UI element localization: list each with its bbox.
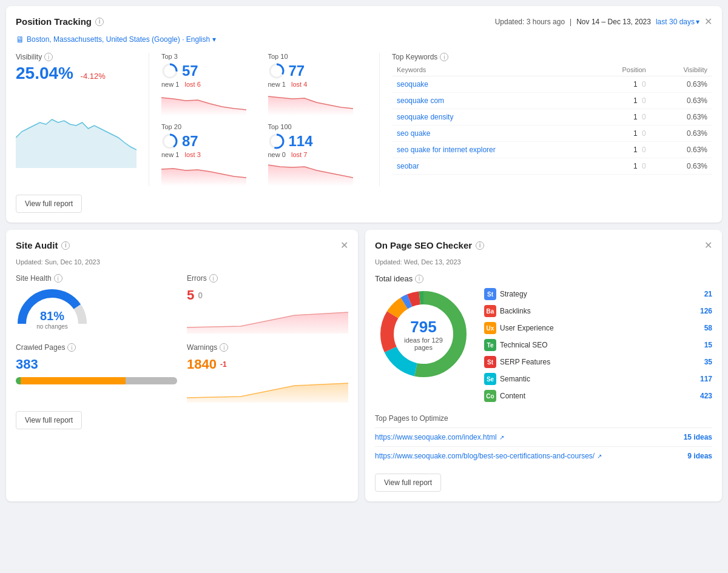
site-audit-view-report-button[interactable]: View full report: [16, 411, 82, 429]
seo-checker-info-icon[interactable]: i: [476, 241, 484, 250]
tk-position-cell: 1 0: [590, 158, 651, 175]
legend-badge: St: [484, 356, 496, 368]
kw-top10-newlost: new 1 lost 4: [268, 81, 368, 88]
tk-position-cell: 1 0: [590, 126, 651, 142]
warnings-section: Warnings i 1840 -1: [187, 343, 348, 403]
total-ideas-section: 795 ideas for 129 pages St Strategy 21 B…: [375, 286, 712, 404]
kw-top10-sparkline: [268, 92, 368, 116]
page-ideas-count: 15 ideas: [684, 433, 712, 441]
errors-value: 5: [187, 287, 194, 303]
visibility-info-icon[interactable]: i: [44, 53, 53, 61]
legend-left: St Strategy: [484, 288, 527, 300]
donut-sublabel: ideas for 129 pages: [399, 337, 448, 351]
location-text: Boston, Massachusetts, United States (Go…: [27, 35, 210, 44]
kw-top10: Top 10 77 new 1 lost 4: [268, 53, 368, 116]
top-keywords-info-icon[interactable]: i: [440, 53, 448, 61]
legend-count: 423: [700, 392, 712, 400]
seo-checker-view-report-button[interactable]: View full report: [375, 474, 441, 492]
legend-item: St Strategy 21: [484, 286, 712, 303]
legend-count: 117: [700, 375, 712, 383]
position-tracking-card: Position Tracking i Updated: 3 hours ago…: [6, 6, 722, 223]
legend-count: 21: [704, 290, 712, 298]
total-ideas-info-icon[interactable]: i: [415, 275, 423, 283]
pt-close-icon[interactable]: ✕: [704, 16, 712, 27]
kw-top100-value-row: 114: [268, 133, 368, 150]
site-audit-info-icon[interactable]: i: [61, 241, 70, 250]
legend-item: Te Technical SEO 15: [484, 337, 712, 354]
crawled-pages-info-icon[interactable]: i: [67, 343, 76, 352]
kw-top3-sparkline: [161, 92, 261, 116]
tk-keyword-cell[interactable]: seoquake: [392, 76, 590, 93]
page-row: https://www.seoquake.com/index.html ↗ 15…: [375, 427, 712, 446]
site-audit-close-icon[interactable]: ✕: [340, 240, 348, 251]
legend-badge: Co: [484, 390, 496, 402]
pt-info-icon[interactable]: i: [95, 18, 104, 26]
legend-badge: St: [484, 288, 496, 300]
legend-left: Se Semantic: [484, 373, 530, 385]
ideas-legend: St Strategy 21 Ba Backlinks 126 Ux User …: [484, 286, 712, 404]
seo-checker-close-icon[interactable]: ✕: [704, 240, 712, 251]
tk-visibility-cell: 0.63%: [651, 158, 712, 175]
keywords-section: Top 3 57 new 1 lost 6: [149, 53, 380, 186]
legend-item: St SERP Features 35: [484, 354, 712, 370]
kw-top3-label: Top 3: [161, 53, 261, 60]
kw-top3-value: 57: [182, 62, 198, 79]
errors-info-icon[interactable]: i: [209, 274, 218, 283]
warnings-value-row: 1840 -1: [187, 357, 348, 372]
tk-keyword-cell[interactable]: seoquake com: [392, 93, 590, 109]
tk-keyword-cell[interactable]: seobar: [392, 158, 590, 175]
kw-top10-value-row: 77: [268, 62, 368, 79]
keywords-grid: Top 3 57 new 1 lost 6: [161, 53, 367, 186]
tk-visibility-cell: 0.63%: [651, 93, 712, 109]
kw-top100-value: 114: [289, 133, 313, 150]
total-ideas-label-row: Total ideas i: [375, 274, 712, 283]
site-health-info-icon[interactable]: i: [54, 274, 62, 283]
errors-value-row: 5 0: [187, 287, 348, 303]
kw-top20-value: 87: [182, 133, 198, 150]
kw-top20-newlost: new 1 lost 3: [161, 151, 261, 158]
tk-header-visibility: Visibility: [651, 64, 712, 76]
table-row: seobar 1 0 0.63%: [392, 158, 712, 175]
tk-keyword-cell[interactable]: seo quake: [392, 126, 590, 142]
page-url[interactable]: https://www.seoquake.com/blog/best-seo-c…: [375, 452, 602, 460]
page-ideas-count: 9 ideas: [687, 452, 712, 460]
legend-label: Backlinks: [500, 307, 531, 315]
legend-item: Ux User Experience 58: [484, 320, 712, 337]
tk-position-cell: 1 0: [590, 93, 651, 109]
pt-header-right: Updated: 3 hours ago | Nov 14 – Dec 13, …: [495, 16, 712, 27]
kw-top20-sparkline: [161, 162, 261, 186]
pt-view-report-button[interactable]: View full report: [16, 195, 82, 213]
warnings-value: 1840: [187, 357, 217, 372]
kw-top100: Top 100 114 new 0 lost 7: [268, 123, 368, 186]
seo-checker-title: On Page SEO Checker i: [375, 240, 484, 250]
legend-item: Ba Backlinks 126: [484, 303, 712, 320]
tk-keyword-cell[interactable]: seo quake for internet explorer: [392, 142, 590, 158]
location-bar[interactable]: 🖥 Boston, Massachusetts, United States (…: [16, 35, 712, 44]
site-audit-updated: Updated: Sun, Dec 10, 2023: [16, 258, 348, 266]
page-row: https://www.seoquake.com/blog/best-seo-c…: [375, 446, 712, 465]
top-pages-title: Top Pages to Optimize: [375, 414, 712, 423]
warnings-info-icon[interactable]: i: [220, 343, 228, 352]
top-pages-section: Top Pages to Optimize https://www.seoqua…: [375, 414, 712, 465]
pt-last-days[interactable]: last 30 days ▾: [656, 18, 699, 26]
position-tracking-title: Position Tracking i: [16, 16, 104, 27]
pt-date-range: Nov 14 – Dec 13, 2023: [576, 18, 651, 26]
legend-label: User Experience: [500, 324, 554, 332]
page-url[interactable]: https://www.seoquake.com/index.html ↗: [375, 433, 504, 441]
monitor-icon: 🖥: [16, 35, 24, 44]
tk-position-cell: 1 0: [590, 142, 651, 158]
top-pages-list: https://www.seoquake.com/index.html ↗ 15…: [375, 427, 712, 465]
visibility-value-row: 25.04% -4.12%: [16, 64, 136, 83]
chevron-down-icon-location: ▾: [212, 35, 216, 44]
site-audit-card: Site Audit i ✕ Updated: Sun, Dec 10, 202…: [6, 230, 358, 501]
errors-chart: [187, 303, 348, 333]
pt-updated: Updated: 3 hours ago: [495, 18, 565, 26]
legend-count: 126: [700, 307, 712, 315]
tk-keyword-cell[interactable]: seoquake density: [392, 109, 590, 126]
legend-item: Se Semantic 117: [484, 370, 712, 387]
kw-top20-value-row: 87: [161, 133, 261, 150]
warnings-change: -1: [220, 360, 227, 369]
legend-left: Te Technical SEO: [484, 339, 548, 351]
legend-label: Content: [500, 392, 525, 400]
seo-checker-header: On Page SEO Checker i ✕: [375, 240, 712, 251]
